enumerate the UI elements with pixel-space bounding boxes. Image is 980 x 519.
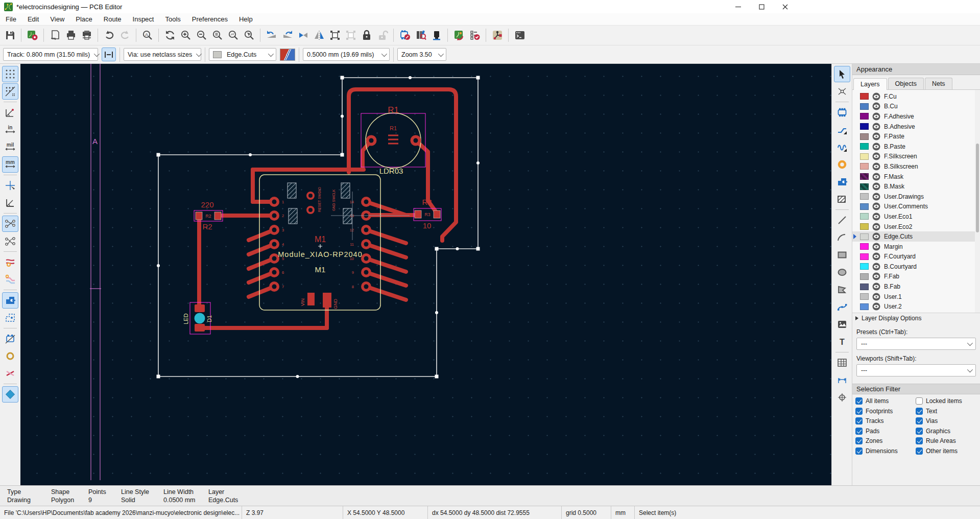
layer-row[interactable]: User.2: [852, 301, 980, 312]
layer-color-swatch[interactable]: [860, 153, 869, 160]
grid-select[interactable]: 0.5000 mm (19.69 mils): [303, 48, 390, 61]
visibility-eye-icon[interactable]: [872, 243, 880, 251]
layer-color-swatch[interactable]: [860, 113, 869, 120]
pad-outline-toggle[interactable]: [2, 331, 18, 347]
zone-outline-toggle[interactable]: [2, 310, 18, 326]
filter-checkbox[interactable]: [855, 447, 863, 455]
layer-row[interactable]: F.Silkscreen: [852, 152, 980, 162]
layer-color-swatch[interactable]: [860, 303, 869, 310]
grid-dots-toggle[interactable]: [2, 66, 18, 82]
visibility-eye-icon[interactable]: [872, 272, 880, 280]
layer-color-swatch[interactable]: [860, 133, 869, 140]
presets-select[interactable]: ---: [856, 338, 976, 350]
appearance-manager-toggle[interactable]: [2, 386, 18, 403]
visibility-eye-icon[interactable]: [872, 232, 880, 241]
zoom-fit-objects-button[interactable]: [225, 28, 241, 43]
draw-rectangle-button[interactable]: [834, 247, 850, 263]
visibility-eye-icon[interactable]: [872, 293, 880, 301]
local-ratsnest-button[interactable]: [834, 83, 850, 100]
flip-board-button[interactable]: [295, 28, 311, 43]
visibility-eye-icon[interactable]: [872, 182, 880, 191]
units-inches-toggle[interactable]: in: [2, 122, 18, 138]
redo-button[interactable]: [117, 28, 133, 43]
lock-button[interactable]: [358, 28, 374, 43]
polar-coordinates-toggle[interactable]: [2, 104, 18, 121]
tab-layers[interactable]: Layers: [853, 78, 887, 90]
rotate-cw-button[interactable]: [279, 28, 295, 43]
visibility-eye-icon[interactable]: [872, 202, 880, 210]
update-pcb-button[interactable]: [489, 28, 505, 43]
layer-row[interactable]: F.Courtyard: [852, 252, 980, 262]
layer-color-swatch[interactable]: [860, 143, 869, 150]
filter-checkbox[interactable]: [855, 417, 863, 424]
visibility-eye-icon[interactable]: [872, 123, 880, 131]
auto-track-width-toggle[interactable]: [102, 48, 116, 61]
layer-row[interactable]: F.Mask: [852, 172, 980, 182]
draw-arc-button[interactable]: [834, 229, 850, 246]
select-tool-button[interactable]: [834, 66, 850, 82]
filter-checkbox[interactable]: [916, 437, 923, 444]
menu-tools[interactable]: Tools: [159, 13, 186, 25]
layer-color-swatch[interactable]: [860, 123, 869, 130]
full-crosshair-toggle[interactable]: [2, 177, 18, 194]
layer-color-swatch[interactable]: [860, 93, 869, 100]
visibility-eye-icon[interactable]: [872, 263, 880, 271]
pcb-drawing[interactable]: A: [20, 64, 831, 480]
layer-row[interactable]: F.Paste: [852, 131, 980, 141]
place-footprint-button[interactable]: [834, 104, 850, 121]
close-button[interactable]: [773, 0, 797, 13]
layer-row[interactable]: User.Comments: [852, 202, 980, 212]
mirror-button[interactable]: [311, 28, 327, 43]
visibility-eye-icon[interactable]: [872, 143, 880, 151]
limit-45-toggle[interactable]: [2, 195, 18, 211]
menu-edit[interactable]: Edit: [22, 13, 44, 25]
viewports-select[interactable]: ---: [856, 364, 976, 376]
visibility-eye-icon[interactable]: [872, 92, 880, 101]
layer-pair-button[interactable]: [280, 49, 295, 61]
zoom-in-button[interactable]: [178, 28, 194, 43]
active-layer-select[interactable]: Edge.Cuts: [209, 48, 276, 61]
layer-row[interactable]: Margin: [852, 242, 980, 252]
units-mils-toggle[interactable]: mil: [2, 139, 18, 155]
visibility-eye-icon[interactable]: [872, 302, 880, 311]
filter-checkbox[interactable]: [916, 397, 923, 405]
drc-button[interactable]: [467, 28, 483, 43]
filter-checkbox[interactable]: [855, 437, 863, 444]
visibility-eye-icon[interactable]: [872, 162, 880, 171]
visibility-eye-icon[interactable]: [872, 213, 880, 221]
tune-length-button[interactable]: [834, 139, 850, 155]
draw-circle-button[interactable]: [834, 264, 850, 280]
draw-table-button[interactable]: [834, 355, 850, 371]
layer-row[interactable]: F.Cu: [852, 91, 980, 102]
footprint-editor-button[interactable]: [397, 28, 413, 43]
menu-file[interactable]: File: [0, 13, 22, 25]
module-xiao-footprint[interactable]: 1234567 141312111098 RESET SWDIO GND SWC…: [259, 175, 380, 310]
draw-line-button[interactable]: [834, 212, 850, 228]
visibility-eye-icon[interactable]: [872, 252, 880, 261]
layer-row[interactable]: User.1: [852, 292, 980, 302]
visibility-eye-icon[interactable]: [872, 152, 880, 160]
layer-row[interactable]: B.Silkscreen: [852, 161, 980, 172]
board-setup-button[interactable]: [25, 28, 40, 43]
plot-button[interactable]: [79, 28, 94, 43]
grid-origin-button[interactable]: [834, 389, 850, 406]
layer-row[interactable]: User.Drawings: [852, 192, 980, 202]
via-size-select[interactable]: Via: use netclass sizes: [124, 48, 201, 61]
layer-color-swatch[interactable]: [860, 263, 869, 270]
maximize-button[interactable]: [750, 0, 773, 13]
ungroup-button[interactable]: [343, 28, 358, 43]
unlock-button[interactable]: [374, 28, 390, 43]
layer-row[interactable]: User.Eco1: [852, 211, 980, 222]
tab-nets[interactable]: Nets: [925, 78, 952, 89]
filter-checkbox[interactable]: [916, 408, 923, 415]
layer-color-swatch[interactable]: [860, 213, 869, 220]
via-outline-toggle[interactable]: [2, 348, 18, 364]
draw-polygon-button[interactable]: [834, 281, 850, 298]
undo-button[interactable]: [101, 28, 117, 43]
r1-footprint[interactable]: R1 R1 LDR03: [361, 105, 425, 175]
scripting-console-button[interactable]: [512, 28, 528, 43]
footprint-browser-button[interactable]: [413, 28, 428, 43]
r3-footprint[interactable]: R3 R3 10: [414, 198, 441, 230]
layer-color-swatch[interactable]: [860, 233, 869, 240]
visibility-eye-icon[interactable]: [872, 173, 880, 181]
